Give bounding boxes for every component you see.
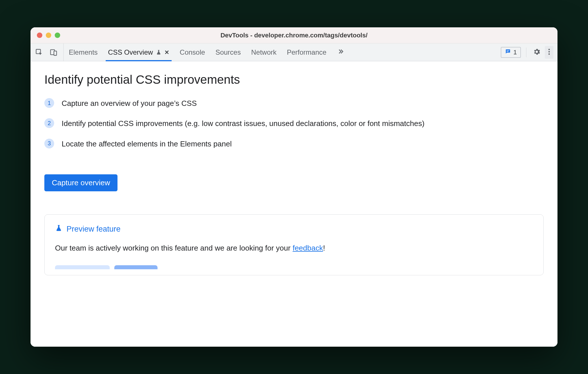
titlebar: DevTools - developer.chrome.com/tags/dev… [31, 27, 557, 43]
flask-icon [55, 224, 62, 234]
preview-title-text: Preview feature [67, 225, 121, 234]
step-text: Identify potential CSS improvements (e.g… [62, 118, 424, 129]
window-title: DevTools - developer.chrome.com/tags/dev… [31, 32, 557, 39]
toolbar-left [35, 43, 64, 61]
preview-title: Preview feature [55, 224, 533, 234]
chevron-double-right-icon [337, 48, 344, 57]
toolbar-right: 1 [501, 43, 553, 61]
chat-icon [505, 48, 511, 56]
issues-badge[interactable]: 1 [501, 47, 521, 58]
tab-network[interactable]: Network [251, 43, 276, 61]
window-controls [37, 33, 60, 38]
device-toolbar-icon[interactable] [49, 48, 58, 57]
close-tab-icon[interactable]: ✕ [164, 49, 169, 56]
svg-point-6 [549, 51, 550, 52]
step-item: 2 Identify potential CSS improvements (e… [44, 118, 544, 129]
feedback-link[interactable]: feedback [293, 244, 323, 252]
steps-list: 1 Capture an overview of your page’s CSS… [44, 98, 544, 150]
experiment-flask-icon [156, 49, 162, 55]
thumbnail-strip [55, 265, 533, 269]
tab-elements[interactable]: Elements [69, 43, 98, 61]
tab-performance[interactable]: Performance [287, 43, 326, 61]
devtools-window: DevTools - developer.chrome.com/tags/dev… [31, 27, 557, 347]
tab-css-overview[interactable]: CSS Overview ✕ [108, 43, 169, 61]
svg-point-7 [549, 53, 550, 55]
step-number: 3 [44, 139, 54, 148]
kebab-icon [548, 48, 550, 56]
svg-rect-2 [54, 51, 56, 55]
zoom-window-button[interactable] [55, 33, 60, 38]
preview-feature-card: Preview feature Our team is actively wor… [44, 214, 544, 275]
minimize-window-button[interactable] [46, 33, 51, 38]
settings-button[interactable] [532, 46, 542, 59]
step-text: Capture an overview of your page’s CSS [62, 98, 197, 109]
issues-count: 1 [513, 49, 517, 56]
thumbnail[interactable] [114, 265, 158, 269]
capture-overview-button[interactable]: Capture overview [44, 174, 117, 191]
preview-body: Our team is actively working on this fea… [55, 243, 533, 254]
panel-content: Identify potential CSS improvements 1 Ca… [31, 61, 557, 347]
gear-icon [533, 48, 541, 57]
step-text: Locate the affected elements in the Elem… [62, 138, 232, 150]
more-tabs-button[interactable] [337, 43, 344, 61]
divider [526, 47, 526, 57]
close-window-button[interactable] [37, 33, 42, 38]
panel-tabs: Elements CSS Overview ✕ Console Sources … [69, 43, 501, 61]
thumbnail[interactable] [55, 265, 110, 269]
page-heading: Identify potential CSS improvements [44, 73, 544, 87]
svg-rect-4 [507, 51, 508, 51]
devtools-toolbar: Elements CSS Overview ✕ Console Sources … [31, 43, 557, 61]
step-number: 1 [44, 98, 54, 108]
inspect-element-icon[interactable] [35, 48, 44, 57]
tab-console[interactable]: Console [180, 43, 205, 61]
svg-point-5 [549, 49, 550, 50]
step-item: 3 Locate the affected elements in the El… [44, 138, 544, 150]
step-item: 1 Capture an overview of your page’s CSS [44, 98, 544, 109]
step-number: 2 [44, 118, 54, 128]
svg-rect-3 [507, 50, 509, 51]
tab-sources[interactable]: Sources [215, 43, 241, 61]
more-options-button[interactable] [545, 46, 553, 59]
